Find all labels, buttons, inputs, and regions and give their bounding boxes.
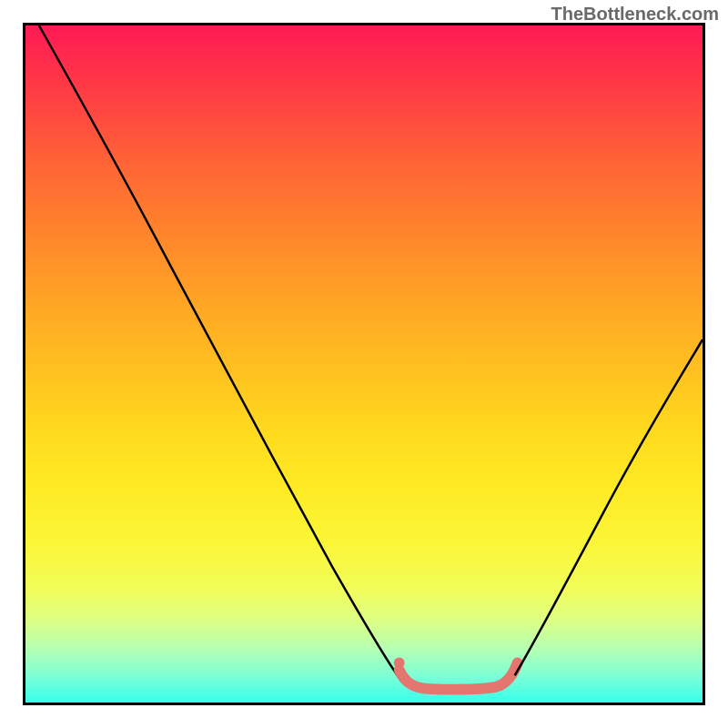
- curve-black-left: [39, 25, 403, 682]
- curve-black-right: [515, 339, 703, 675]
- curve-pink-trough: [399, 662, 518, 689]
- curve-pink-dot: [394, 657, 405, 668]
- chart-plot-area: [23, 23, 705, 705]
- chart-svg: [25, 25, 703, 703]
- watermark-text: TheBottleneck.com: [551, 4, 719, 25]
